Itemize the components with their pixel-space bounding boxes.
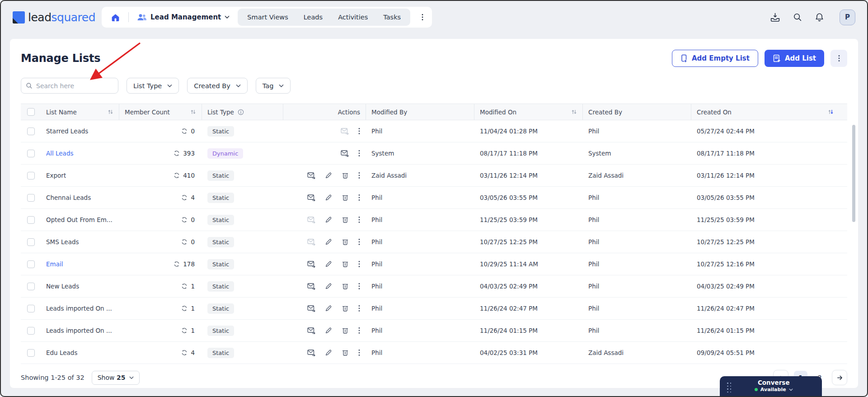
list-name-link[interactable]: Edu Leads — [46, 349, 77, 356]
row-checkbox[interactable] — [27, 172, 35, 180]
send-email-icon[interactable] — [341, 150, 349, 157]
leadsquared-logo[interactable]: leadsquared — [13, 11, 95, 24]
sort-icon[interactable] — [108, 109, 113, 115]
list-name-link[interactable]: Leads imported On ... — [46, 327, 112, 334]
refresh-count-icon[interactable] — [181, 327, 188, 334]
list-name-link[interactable]: Starred Leads — [46, 128, 88, 135]
send-email-icon[interactable] — [307, 238, 315, 246]
row-more-icon[interactable] — [358, 150, 360, 157]
row-more-icon[interactable] — [358, 260, 360, 268]
user-avatar[interactable]: P — [840, 9, 855, 25]
send-email-icon[interactable] — [307, 216, 315, 223]
global-search-button[interactable] — [793, 13, 802, 22]
delete-icon[interactable] — [342, 194, 349, 201]
select-all-checkbox[interactable] — [27, 108, 35, 116]
add-list-button[interactable]: Add List — [765, 50, 824, 67]
import-leads-button[interactable] — [770, 13, 780, 22]
column-header-member-count[interactable]: Member Count — [119, 104, 202, 120]
nav-more-button[interactable] — [416, 9, 429, 25]
row-checkbox[interactable] — [27, 305, 35, 312]
delete-icon[interactable] — [342, 305, 349, 312]
tag-filter[interactable]: Tag — [256, 78, 291, 94]
row-more-icon[interactable] — [358, 327, 360, 334]
next-page-button[interactable] — [832, 370, 847, 385]
row-more-icon[interactable] — [358, 128, 360, 135]
edit-icon[interactable] — [325, 260, 332, 268]
notifications-button[interactable] — [815, 13, 824, 22]
row-checkbox[interactable] — [27, 238, 35, 246]
list-type-filter[interactable]: List Type — [127, 78, 179, 94]
row-more-icon[interactable] — [358, 349, 360, 356]
availability-status[interactable]: Available — [732, 387, 816, 392]
row-more-icon[interactable] — [358, 305, 360, 312]
list-name-link[interactable]: SMS Leads — [46, 238, 79, 246]
row-more-icon[interactable] — [358, 194, 360, 201]
column-header-created-on[interactable]: Created On — [691, 109, 847, 116]
edit-icon[interactable] — [325, 327, 332, 334]
list-name-link[interactable]: Export — [46, 172, 66, 179]
refresh-count-icon[interactable] — [181, 217, 188, 223]
nav-item-tasks[interactable]: Tasks — [375, 14, 408, 21]
row-checkbox[interactable] — [27, 194, 35, 202]
list-name-link[interactable]: Leads imported On ... — [46, 305, 112, 312]
send-email-icon[interactable] — [307, 283, 315, 290]
delete-icon[interactable] — [342, 349, 349, 356]
list-name-link[interactable]: Opted Out From Em... — [46, 216, 113, 223]
column-header-list-type[interactable]: List Type — [202, 104, 283, 120]
send-email-icon[interactable] — [307, 260, 315, 268]
sort-icon[interactable] — [190, 109, 196, 115]
row-checkbox[interactable] — [27, 150, 35, 157]
info-icon[interactable] — [238, 109, 244, 115]
list-name-link[interactable]: Email — [46, 260, 63, 268]
send-email-icon[interactable] — [307, 305, 315, 312]
column-header-modified-on[interactable]: Modified On — [474, 104, 583, 120]
delete-icon[interactable] — [342, 283, 349, 290]
send-email-icon[interactable] — [341, 128, 349, 135]
column-header-list-name[interactable]: List Name — [41, 104, 119, 120]
converse-widget[interactable]: Converse Available — [720, 376, 822, 396]
list-name-link[interactable]: Chennai Leads — [46, 194, 91, 201]
edit-icon[interactable] — [325, 194, 332, 201]
row-checkbox[interactable] — [27, 216, 35, 224]
row-checkbox[interactable] — [27, 283, 35, 290]
edit-icon[interactable] — [325, 238, 332, 246]
refresh-count-icon[interactable] — [181, 283, 188, 289]
send-email-icon[interactable] — [307, 172, 315, 179]
delete-icon[interactable] — [342, 172, 349, 179]
row-more-icon[interactable] — [358, 216, 360, 223]
column-header-created-by[interactable]: Created By — [583, 104, 691, 120]
row-more-icon[interactable] — [358, 238, 360, 246]
add-empty-list-button[interactable]: Add Empty List — [672, 50, 758, 67]
drag-handle-icon[interactable] — [727, 383, 732, 393]
list-name-link[interactable]: New Leads — [46, 283, 79, 290]
list-name-link[interactable]: All Leads — [46, 150, 74, 157]
edit-icon[interactable] — [325, 283, 332, 290]
refresh-count-icon[interactable] — [181, 305, 188, 312]
table-scrollbar[interactable] — [852, 125, 855, 222]
row-checkbox[interactable] — [27, 349, 35, 357]
delete-icon[interactable] — [342, 216, 349, 223]
column-header-modified-by[interactable]: Modified By — [366, 104, 474, 120]
delete-icon[interactable] — [342, 260, 349, 268]
home-button[interactable] — [108, 13, 123, 22]
nav-item-leads[interactable]: Leads — [296, 14, 330, 21]
row-checkbox[interactable] — [27, 128, 35, 135]
send-email-icon[interactable] — [307, 349, 315, 356]
row-more-icon[interactable] — [358, 283, 360, 290]
refresh-count-icon[interactable] — [174, 172, 180, 179]
refresh-count-icon[interactable] — [181, 350, 188, 356]
delete-icon[interactable] — [342, 238, 349, 246]
refresh-count-icon[interactable] — [181, 194, 188, 201]
edit-icon[interactable] — [325, 216, 332, 223]
refresh-count-icon[interactable] — [174, 261, 180, 267]
sort-icon-active[interactable] — [828, 109, 834, 115]
search-input[interactable] — [36, 82, 113, 90]
nav-item-smart-views[interactable]: Smart Views — [239, 14, 296, 21]
edit-icon[interactable] — [325, 349, 332, 356]
edit-icon[interactable] — [325, 305, 332, 312]
send-email-icon[interactable] — [307, 194, 315, 201]
sort-icon[interactable] — [571, 109, 577, 115]
row-more-icon[interactable] — [358, 172, 360, 179]
page-size-select[interactable]: Show 25 — [92, 371, 140, 385]
nav-item-activities[interactable]: Activities — [330, 14, 375, 21]
